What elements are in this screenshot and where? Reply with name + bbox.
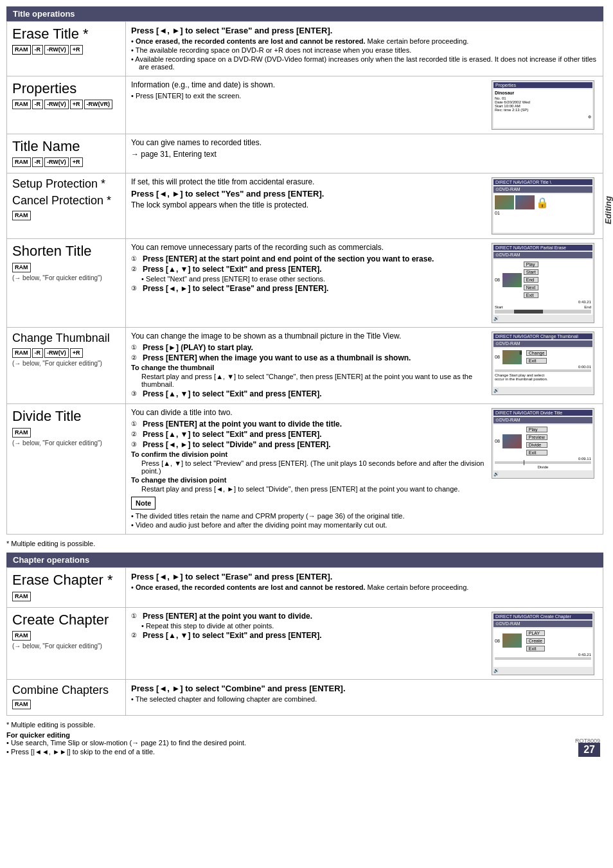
erase-chapter-left: Erase Chapter * RAM — [7, 568, 126, 607]
create-chapter-screen-title: DIRECT NAVIGATOR Create Chapter — [493, 614, 592, 619]
thumbnail-screen-sub: ⊙DVD-RAM — [493, 341, 592, 347]
protection-screen-row: 🔒 — [495, 195, 591, 209]
quicker-bullet1: Use search, Time Slip or slow-motion (→ … — [6, 739, 603, 747]
divide-title-right: You can divide a title into two. ① Press… — [126, 404, 603, 535]
erase-chapter-badges: RAM — [12, 592, 120, 601]
combine-chapters-bullet1: The selected chapter and following chapt… — [131, 695, 598, 703]
shorten-title-label: Shorten Title — [12, 243, 120, 260]
shorten-badges: RAM — [12, 263, 120, 272]
divide-screen-img: DIRECT NAVIGATOR Divide Title ⊙DVD-RAM 0… — [492, 408, 594, 479]
shorten-screen-body: 08 Play Start End Next Exit — [493, 260, 592, 315]
divide-screen-label: 🔊 — [493, 472, 592, 477]
badge-rw: -RW(V) — [44, 157, 69, 167]
protection-note: The lock symbol appears when the title i… — [131, 200, 486, 209]
thumbnail-screen-body: 08 ⏸ Change Exit — [493, 348, 592, 387]
create-chapter-label: Create Chapter — [12, 612, 120, 628]
editing-vertical-label: Editing — [603, 193, 613, 227]
shorten-step3: ③ Press [◄, ►] to select "Erase" and pre… — [131, 284, 486, 293]
properties-right-inner: Information (e.g., time and date) is sho… — [131, 80, 598, 130]
badge-ram: RAM — [12, 157, 31, 167]
cancel-protection-label: Cancel Protection * — [12, 194, 120, 208]
properties-badges: RAM -R -RW(V) +R -RW(VR) — [12, 100, 120, 109]
shorten-step2-text: Press [▲, ▼] to select "Exit" and press … — [143, 265, 486, 274]
protection-screenshot: DIRECT NAVIGATOR Title \ ⊙DVD-RAM 🔒 — [492, 177, 598, 235]
divide-step3-text: Press [◄, ►] to select "Divide" and pres… — [143, 440, 486, 449]
properties-screen-title: Properties — [493, 82, 592, 88]
divide-step2-text: Press [▲, ▼] to select "Exit" and press … — [143, 430, 486, 439]
thumbnail-screen-label: 🔊 — [493, 388, 592, 393]
badge-r: -R — [32, 157, 44, 167]
divide-step1: ① Press [ENTER] at the point you want to… — [131, 420, 486, 429]
divide-title-left: Divide Title RAM (→ below, "For quicker … — [7, 404, 126, 535]
divide-step2-num: ② — [131, 430, 140, 438]
shorten-screen-img: DIRECT NAVIGATOR Partial Erase ⊙DVD-RAM … — [492, 243, 594, 323]
setup-protection-label: Setup Protection * — [12, 177, 120, 191]
properties-screen-img: Properties Dinosaur No. 01 Date 6/20/200… — [492, 80, 594, 130]
protection-thumb1 — [495, 195, 514, 209]
shorten-right-inner: You can remove unnecessary parts of the … — [131, 243, 598, 323]
divide-btn-divide: Divide — [526, 442, 547, 448]
badge-plus-r: +R — [70, 100, 83, 109]
erase-title-label: Erase Title * — [12, 26, 120, 42]
protection-screen-subtitle: ⊙DVD-RAM — [493, 186, 592, 193]
divide-screen-row: 08 Play Preview Divide Exit — [495, 426, 591, 456]
change-thumbnail-left: Change Thumbnail RAM -R -RW(V) +R (→ bel… — [7, 328, 126, 404]
badge-rw: -RW(V) — [44, 348, 69, 358]
erase-chapter-row: Erase Chapter * RAM Press [◄, ►] to sele… — [7, 568, 603, 607]
protection-thumb2 — [515, 195, 535, 209]
divide-intro: You can divide a title into two. — [131, 408, 486, 417]
page-number: 27 — [578, 743, 600, 757]
erase-title-bullet3: Available recording space on a DVD-RW (D… — [131, 55, 598, 71]
shorten-step1: ① Press [ENTER] at the start point and e… — [131, 254, 486, 263]
badge-ram: RAM — [12, 700, 31, 709]
badge-r: -R — [32, 45, 44, 55]
shorten-sub1: • Select "Next" and press [ENTER] to era… — [131, 275, 486, 283]
create-chapter-note: (→ below, "For quicker editing") — [12, 642, 120, 650]
combine-chapters-badges: RAM — [12, 700, 120, 709]
title-ops-table: Erase Title * RAM -R -RW(V) +R Press [◄,… — [6, 21, 603, 535]
divide-step3-num: ③ — [131, 440, 140, 448]
title-name-badges: RAM -R -RW(V) +R — [12, 157, 120, 167]
divide-screen-title: DIRECT NAVIGATOR Divide Title — [493, 410, 592, 416]
thumbnail-step1-text: Press [►] (PLAY) to start play. — [143, 343, 486, 352]
thumbnail-text: You can change the image to be shown as … — [131, 332, 486, 400]
title-name-intro: You can give names to recorded titles. — [131, 138, 598, 147]
properties-bullet1: Press [ENTER] to exit the screen. — [131, 92, 486, 100]
properties-intro: Information (e.g., time and date) is sho… — [131, 80, 486, 89]
badge-ram: RAM — [12, 592, 31, 601]
divide-screenshot: DIRECT NAVIGATOR Divide Title ⊙DVD-RAM 0… — [492, 408, 598, 530]
multiple-editing-text: * Multiple editing is possible. — [6, 540, 95, 547]
divide-btn-preview: Preview — [526, 434, 547, 440]
shorten-screen-title: DIRECT NAVIGATOR Partial Erase — [493, 245, 592, 251]
properties-text: Information (e.g., time and date) is sho… — [131, 80, 486, 130]
create-chapter-step2: ② Press [▲, ▼] to select "Exit" and pres… — [131, 631, 486, 640]
title-ops-header: Title operations — [6, 6, 603, 21]
thumbnail-step1: ① Press [►] (PLAY) to start play. — [131, 343, 486, 352]
properties-label: Properties — [12, 80, 120, 97]
erase-title-left: Erase Title * RAM -R -RW(V) +R — [7, 22, 126, 76]
shorten-intro: You can remove unnecessary parts of the … — [131, 243, 486, 252]
shorten-title-row: Shorten Title RAM (→ below, "For quicker… — [7, 239, 603, 328]
erase-chapter-step1: Press [◄, ►] to select "Erase" and press… — [131, 572, 598, 581]
thumbnail-subhead: To change the thumbnail — [131, 364, 486, 371]
divide-title-label: Divide Title — [12, 408, 120, 425]
protection-badges: RAM — [12, 211, 120, 220]
thumbnail-screen-title: DIRECT NAVIGATOR Change Thumbnail — [493, 333, 592, 339]
shorten-btn-end: End — [524, 277, 538, 283]
protection-screen-img: DIRECT NAVIGATOR Title \ ⊙DVD-RAM 🔒 — [492, 177, 594, 235]
shorten-screenshot: DIRECT NAVIGATOR Partial Erase ⊙DVD-RAM … — [492, 243, 598, 323]
erase-title-step1: Press [◄, ►] to select "Erase" and press… — [131, 26, 598, 35]
title-name-right: You can give names to recorded titles. →… — [126, 134, 603, 173]
divide-confirm: Press [▲, ▼] to select "Preview" and pre… — [131, 459, 486, 475]
create-chapter-right-inner: ① Press [ENTER] at the point you want to… — [131, 612, 598, 675]
thumbnail-step2-num: ② — [131, 353, 140, 361]
shorten-btn-next: Next — [524, 285, 538, 290]
thumbnail-step3: ③ Press [▲, ▼] to select "Exit" and pres… — [131, 389, 486, 398]
badge-plus-r: +R — [70, 157, 83, 167]
protection-screen-title: DIRECT NAVIGATOR Title \ — [493, 179, 592, 185]
create-chapter-screenshot: DIRECT NAVIGATOR Create Chapter ⊙DVD-RAM… — [492, 612, 598, 675]
divide-note: (→ below, "For quicker editing") — [12, 439, 120, 447]
divide-subhead2: To change the division point — [131, 476, 486, 484]
properties-screenshot: Properties Dinosaur No. 01 Date 6/20/200… — [492, 80, 598, 130]
properties-screen-body: Dinosaur No. 01 Date 6/20/2002 Wed Start… — [493, 89, 592, 128]
